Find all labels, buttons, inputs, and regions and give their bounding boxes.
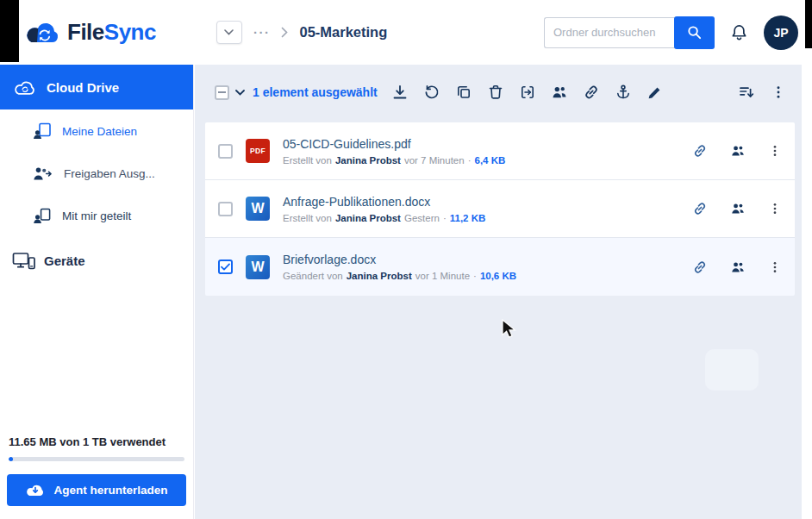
logo-text: FileSync	[67, 19, 156, 46]
link-icon	[692, 260, 708, 275]
file-info: Anfrage-Publikationen.docx Erstellt von …	[283, 195, 485, 223]
search-input[interactable]	[544, 17, 675, 48]
word-file-icon: W	[246, 255, 270, 279]
devices-icon	[12, 252, 35, 270]
file-name-link[interactable]: Anfrage-Publikationen.docx	[283, 195, 485, 209]
window-edge-artifact	[805, 0, 812, 48]
people-icon	[730, 260, 746, 275]
toolbar-actions	[391, 84, 663, 101]
cloud-download-icon	[25, 483, 46, 497]
window-edge-artifact	[0, 0, 19, 62]
kebab-icon	[768, 143, 782, 159]
chevron-right-icon	[281, 27, 288, 38]
file-name-link[interactable]: Briefvorlage.docx	[283, 253, 516, 266]
kebab-icon	[768, 201, 782, 216]
pdf-file-icon: PDF	[246, 139, 270, 163]
file-checkbox[interactable]	[218, 260, 233, 274]
kebab-icon	[771, 84, 786, 101]
download-button[interactable]	[391, 84, 409, 101]
sidebar-item-label: Freigaben Ausg...	[64, 167, 155, 180]
version-restore-button[interactable]	[423, 84, 440, 101]
link-icon	[583, 84, 600, 101]
cloud-icon	[14, 79, 36, 96]
meta-size: 6,4 KB	[474, 155, 505, 166]
download-agent-label: Agent herunterladen	[53, 484, 167, 497]
bell-icon	[730, 23, 748, 42]
row-actions	[692, 201, 782, 216]
breadcrumb-dropdown-button[interactable]	[216, 21, 242, 44]
toolbar-right	[738, 84, 786, 101]
content-area: 1 element ausgewählt	[195, 65, 802, 519]
file-checkbox[interactable]	[218, 144, 233, 159]
breadcrumb: ··· 05-Marketing	[216, 21, 387, 44]
avatar[interactable]: JP	[764, 16, 798, 50]
people-icon	[730, 201, 746, 216]
share-button[interactable]	[551, 84, 568, 101]
row-menu-button[interactable]	[768, 201, 782, 216]
search-button[interactable]	[674, 16, 715, 49]
row-link-button[interactable]	[692, 201, 708, 216]
kebab-icon	[768, 260, 782, 275]
link-button[interactable]	[583, 84, 600, 101]
select-all-checkbox[interactable]	[215, 85, 229, 100]
fading-overlay	[705, 349, 759, 391]
more-options-button[interactable]	[771, 84, 786, 101]
meta-author: Janina Probst	[335, 155, 401, 166]
row-share-button[interactable]	[730, 143, 746, 159]
sidebar-item-geraete[interactable]: Geräte	[0, 237, 193, 285]
file-row[interactable]: W Anfrage-Publikationen.docx Erstellt vo…	[205, 180, 795, 238]
copy-button[interactable]	[455, 84, 472, 101]
sort-button[interactable]	[738, 84, 755, 101]
anchor-button[interactable]	[615, 84, 632, 101]
notifications-button[interactable]	[730, 23, 748, 42]
meta-author: Janina Probst	[335, 213, 401, 223]
selection-chevron-icon[interactable]	[235, 90, 245, 96]
storage-usage-text: 11.65 MB von 1 TB verwendet	[7, 435, 186, 448]
meta-action: Erstellt von	[283, 213, 332, 223]
file-checkbox[interactable]	[218, 202, 233, 216]
app-logo[interactable]: FileSync	[23, 19, 156, 46]
logo-text-file: File	[67, 19, 104, 45]
row-actions	[692, 143, 782, 159]
file-row[interactable]: W Briefvorlage.docx Geändert von Janina …	[205, 238, 795, 296]
rename-button[interactable]	[646, 84, 663, 101]
row-menu-button[interactable]	[768, 260, 782, 275]
word-icon-label: W	[251, 260, 264, 275]
sort-icon	[738, 84, 755, 101]
logo-text-sync: Sync	[104, 19, 156, 45]
file-name-link[interactable]: 05-CICD-Guidelines.pdf	[283, 137, 505, 151]
file-row[interactable]: PDF 05-CICD-Guidelines.pdf Erstellt von …	[205, 122, 795, 180]
row-share-button[interactable]	[730, 201, 746, 216]
sidebar-item-label: Mit mir geteilt	[62, 209, 131, 222]
top-bar: FileSync ··· 05-Marketing JP	[0, 0, 812, 65]
sidebar-item-meine-dateien[interactable]: Meine Dateien	[0, 109, 193, 153]
storage-progress-bar	[9, 457, 184, 461]
delete-button[interactable]	[487, 84, 504, 101]
download-icon	[391, 84, 409, 101]
link-icon	[692, 143, 708, 159]
breadcrumb-ellipsis[interactable]: ···	[253, 25, 271, 40]
row-share-button[interactable]	[730, 260, 746, 275]
anchor-icon	[615, 84, 632, 101]
meta-separator: ·	[473, 271, 477, 281]
word-file-icon: W	[246, 197, 270, 221]
sidebar-item-label: Cloud Drive	[47, 80, 119, 95]
move-button[interactable]	[519, 84, 536, 101]
shared-out-icon	[33, 166, 53, 182]
row-menu-button[interactable]	[768, 143, 782, 159]
selection-toolbar: 1 element ausgewählt	[205, 76, 795, 109]
sidebar-item-mit-mir-geteilt[interactable]: Mit mir geteilt	[0, 195, 193, 237]
row-link-button[interactable]	[692, 143, 708, 159]
download-agent-button[interactable]: Agent herunterladen	[7, 474, 186, 506]
sidebar-item-cloud-drive[interactable]: Cloud Drive	[0, 65, 193, 109]
people-icon	[730, 143, 746, 159]
storage-progress-fill	[9, 457, 13, 461]
meta-separator: ·	[443, 213, 447, 223]
file-meta: Erstellt von Janina Probst vor 7 Minuten…	[283, 155, 505, 166]
file-meta: Geändert von Janina Probst vor 1 Minute …	[283, 271, 516, 281]
mouse-cursor	[501, 319, 520, 340]
meta-separator: ·	[468, 155, 472, 166]
row-link-button[interactable]	[692, 260, 708, 275]
file-info: 05-CICD-Guidelines.pdf Erstellt von Jani…	[283, 137, 505, 166]
sidebar-item-freigaben-ausgehend[interactable]: Freigaben Ausg...	[0, 153, 193, 195]
